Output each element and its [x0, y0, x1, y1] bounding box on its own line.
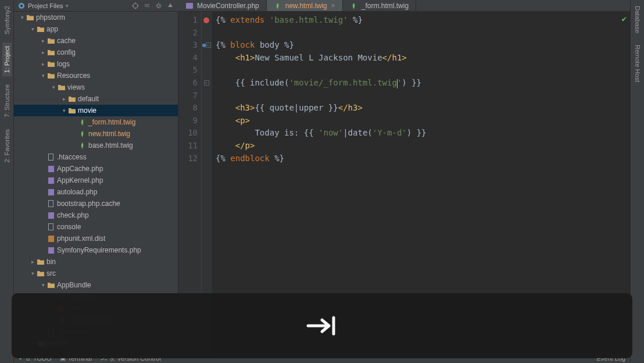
tree-node[interactable]: AppCache.php	[14, 163, 178, 175]
tree-node[interactable]: ▾src	[14, 268, 178, 279]
tree-node[interactable]: new.html.twig	[14, 128, 178, 140]
tree-node-label: .htaccess	[56, 153, 87, 161]
breakpoint-icon[interactable]	[203, 17, 209, 23]
tree-node[interactable]: ▾AppBundle	[14, 279, 178, 291]
project-files-label[interactable]: Project Files	[28, 2, 63, 9]
tree-node-label: Resources	[56, 72, 90, 80]
expand-arrow-icon[interactable]: ▾	[40, 282, 46, 288]
tree-node-label: src	[45, 269, 56, 277]
folder-icon	[46, 49, 56, 56]
tree-node-label: views	[66, 83, 85, 91]
tree-node-label: config	[56, 48, 76, 56]
project-files-icon	[17, 2, 26, 10]
expand-arrow-icon[interactable]: ▸	[40, 49, 46, 55]
folder-icon	[36, 26, 45, 33]
tree-node[interactable]: ▾movie	[14, 105, 178, 116]
expand-arrow-icon[interactable]: ▾	[19, 15, 26, 20]
svg-rect-20	[48, 247, 54, 254]
svg-rect-12	[48, 177, 54, 184]
tree-node[interactable]: ▸default	[14, 93, 178, 105]
expand-arrow-icon[interactable]: ▸	[40, 61, 46, 67]
gear-icon[interactable]	[154, 1, 163, 10]
chevron-down-icon[interactable]: ▾	[66, 3, 69, 9]
tree-node-label: bootstrap.php.cache	[56, 200, 120, 208]
svg-point-2	[133, 3, 138, 8]
svg-rect-15	[49, 201, 53, 207]
locate-icon[interactable]	[131, 1, 140, 10]
tree-node-label: AppBundle	[56, 281, 91, 289]
tree-node[interactable]: phpunit.xml.dist	[14, 233, 178, 244]
folder-icon	[46, 37, 56, 44]
left-tab-structure[interactable]: 7: Structure	[2, 81, 12, 121]
tree-node-label: logs	[56, 60, 70, 68]
tree-node[interactable]: console	[14, 221, 178, 233]
folder-icon	[57, 84, 66, 91]
left-tab-symfony[interactable]: Symfony2	[2, 2, 12, 38]
tree-node-label: default	[77, 95, 99, 103]
tree-node[interactable]: SymfonyRequirements.php	[14, 244, 178, 256]
svg-rect-16	[48, 212, 54, 219]
tree-node-label: console	[56, 223, 81, 231]
expand-arrow-icon[interactable]: ▸	[60, 96, 67, 102]
fold-icon[interactable]: −	[206, 42, 211, 48]
tree-node-label: SymfonyRequirements.php	[56, 246, 141, 254]
tree-node-label: check.php	[56, 211, 89, 219]
tree-node-label: cache	[56, 37, 76, 45]
php-icon	[46, 165, 56, 173]
expand-arrow-icon[interactable]: ▾	[29, 26, 36, 32]
collapse-all-icon[interactable]	[142, 1, 152, 10]
expand-arrow-icon[interactable]: ▾	[50, 84, 57, 90]
folder-icon	[26, 14, 35, 21]
tree-node-label: phpstorm	[35, 13, 65, 22]
expand-arrow-icon[interactable]: ▾	[29, 271, 36, 276]
svg-point-7	[158, 4, 160, 7]
left-tab-project[interactable]: 1: Project	[2, 42, 12, 76]
expand-arrow-icon[interactable]: ▾	[60, 108, 67, 113]
tree-node[interactable]: ▸logs	[14, 58, 178, 70]
tree-node[interactable]: base.html.twig	[14, 140, 178, 151]
tab-form-twig[interactable]: _form.html.twig	[343, 0, 416, 11]
expand-arrow-icon[interactable]: ▾	[40, 73, 46, 79]
tree-node[interactable]: ▸bin	[14, 256, 178, 268]
tree-node[interactable]: .htaccess	[14, 151, 178, 163]
tree-node[interactable]: ▸config	[14, 47, 178, 58]
tree-node[interactable]: ▾Resources	[14, 70, 178, 81]
php-file-icon	[185, 2, 194, 10]
tree-node[interactable]: check.php	[14, 209, 178, 221]
tree-node-label: _form.html.twig	[87, 118, 135, 126]
svg-rect-18	[49, 224, 53, 230]
php-icon	[46, 176, 56, 184]
left-tab-favorites[interactable]: 2: Favorites	[2, 126, 12, 166]
php-icon	[46, 188, 56, 196]
expand-arrow-icon[interactable]: ▸	[29, 259, 36, 265]
svg-rect-10	[49, 154, 53, 160]
close-icon[interactable]: ✕	[331, 2, 335, 9]
svg-rect-8	[186, 3, 193, 9]
tree-node[interactable]: bootstrap.php.cache	[14, 198, 178, 209]
tree-node[interactable]: ▾views	[14, 81, 178, 93]
file-icon	[46, 223, 56, 231]
hide-panel-icon[interactable]	[166, 1, 175, 10]
right-tab-remote-host[interactable]: Remote Host	[633, 41, 642, 86]
php-icon	[46, 211, 56, 219]
twig-file-icon	[274, 2, 282, 10]
tree-node-label: base.html.twig	[87, 141, 133, 150]
folder-icon	[36, 270, 45, 277]
tree-node-label: bin	[45, 258, 56, 266]
svg-rect-11	[48, 166, 54, 172]
tree-node[interactable]: autoload.php	[14, 186, 178, 198]
folder-icon	[46, 282, 56, 289]
tree-node[interactable]: _form.html.twig	[14, 116, 178, 128]
tree-node[interactable]: AppKernel.php	[14, 175, 178, 186]
twig-file-icon	[350, 2, 358, 10]
tree-node[interactable]: ▾phpstorm	[14, 12, 178, 23]
folder-icon	[46, 61, 56, 67]
tree-node[interactable]: ▸cache	[14, 35, 178, 47]
right-tab-database[interactable]: Database	[633, 2, 642, 37]
fold-icon[interactable]: −	[204, 80, 209, 86]
tab-moviecontroller[interactable]: MovieController.php	[178, 0, 267, 11]
tree-node[interactable]: ▾app	[14, 23, 178, 35]
tab-new-twig[interactable]: new.html.twig ✕	[267, 0, 343, 11]
twig-icon	[78, 130, 87, 138]
expand-arrow-icon[interactable]: ▸	[40, 38, 46, 44]
